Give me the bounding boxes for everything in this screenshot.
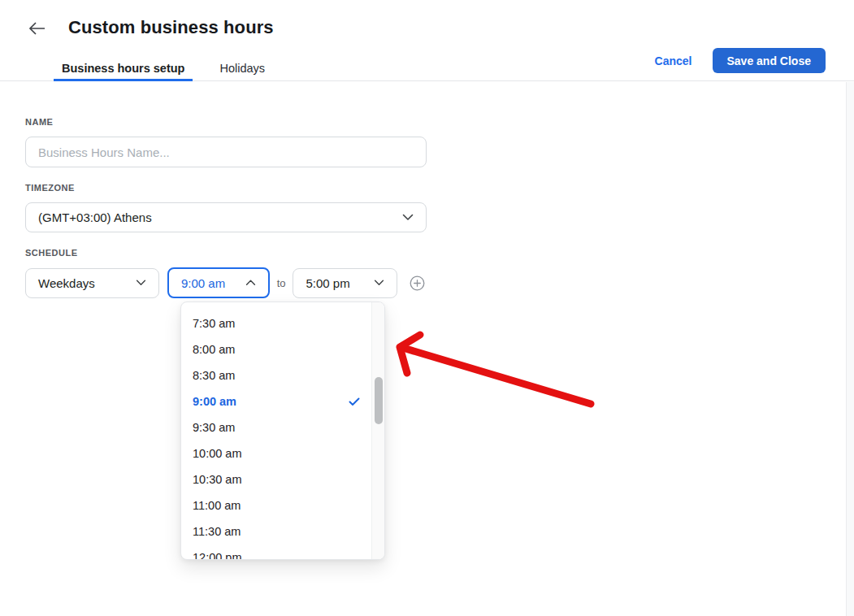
page-scrollbar-gutter[interactable]	[846, 82, 854, 616]
dropdown-option[interactable]: 11:00 am	[181, 492, 373, 518]
end-time-select[interactable]: 5:00 pm	[293, 268, 397, 298]
day-value: Weekdays	[38, 276, 95, 290]
business-hours-form: NAME TIMEZONE (GMT+03:00) Athens SCHEDUL…	[25, 81, 427, 298]
dropdown-option[interactable]: 7:30 am	[181, 310, 373, 336]
save-and-close-button[interactable]: Save and Close	[713, 48, 826, 73]
schedule-row: Weekdays 9:00 am to 5:00 pm	[25, 267, 427, 298]
dropdown-option[interactable]: 9:30 am	[181, 414, 373, 440]
dropdown-option[interactable]: 11:30 am	[181, 518, 373, 544]
name-label: NAME	[25, 117, 427, 127]
tabs: Business hours setup Holidays	[54, 57, 273, 81]
chevron-down-icon	[136, 280, 146, 286]
dropdown-scrollbar-track[interactable]	[371, 302, 384, 559]
arrow-left-icon	[28, 20, 47, 37]
check-icon	[349, 397, 360, 406]
tab-label: Holidays	[219, 62, 265, 75]
dropdown-option[interactable]: 10:00 am	[181, 440, 373, 466]
chevron-up-icon	[245, 280, 256, 286]
day-select[interactable]: Weekdays	[25, 268, 159, 298]
business-hours-name-input[interactable]	[25, 137, 427, 167]
chevron-down-icon	[402, 214, 414, 221]
add-time-slot-button[interactable]	[408, 272, 427, 293]
start-time-select[interactable]: 9:00 am	[167, 267, 270, 298]
time-options-dropdown: 7:30 am 8:00 am 8:30 am 9:00 am 9:30 am …	[180, 301, 385, 560]
dropdown-option[interactable]: 10:30 am	[181, 466, 373, 492]
timezone-value: (GMT+03:00) Athens	[38, 210, 152, 224]
dropdown-scrollbar-thumb[interactable]	[375, 377, 383, 424]
custom-business-hours-screen: Custom business hours Cancel Save and Cl…	[0, 0, 854, 616]
dropdown-option[interactable]: 8:30 am	[181, 362, 373, 388]
to-label: to	[277, 277, 286, 289]
schedule-label: SCHEDULE	[25, 248, 427, 258]
timezone-select[interactable]: (GMT+03:00) Athens	[25, 202, 427, 232]
time-options-list: 7:30 am 8:00 am 8:30 am 9:00 am 9:30 am …	[181, 302, 373, 560]
dropdown-option[interactable]: 12:00 pm	[181, 544, 373, 560]
chevron-down-icon	[374, 280, 384, 286]
dropdown-option[interactable]: 8:00 am	[181, 336, 373, 362]
tab-holidays[interactable]: Holidays	[211, 57, 273, 81]
page-title: Custom business hours	[68, 17, 274, 38]
timezone-label: TIMEZONE	[25, 183, 427, 193]
dropdown-option-selected[interactable]: 9:00 am	[181, 388, 373, 414]
back-button[interactable]	[26, 18, 49, 39]
tab-business-hours-setup[interactable]: Business hours setup	[54, 57, 193, 81]
header-actions: Cancel Save and Close	[655, 48, 826, 73]
end-time-value: 5:00 pm	[306, 276, 349, 290]
cancel-button[interactable]: Cancel	[655, 54, 692, 67]
start-time-value: 9:00 am	[181, 276, 225, 290]
plus-circle-icon	[410, 275, 425, 291]
header: Custom business hours Cancel Save and Cl…	[0, 0, 854, 81]
tab-label: Business hours setup	[62, 62, 184, 75]
